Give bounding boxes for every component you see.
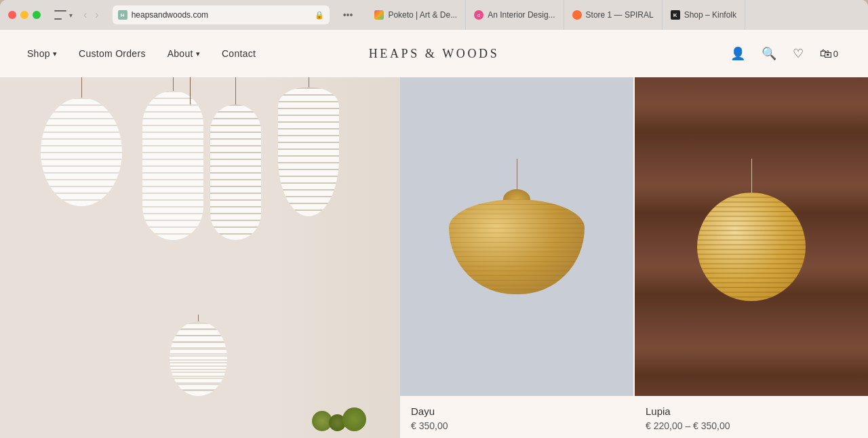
back-button[interactable]: ‹ (81, 7, 90, 22)
spiral-favicon (572, 10, 582, 20)
nav-arrows: ‹ › (81, 7, 102, 22)
url-text: heapsandwoods.com (132, 10, 311, 20)
lantern-body (170, 321, 227, 396)
nav-contact[interactable]: Contact (222, 48, 256, 59)
close-button[interactable] (8, 11, 16, 19)
contact-label: Contact (222, 48, 256, 59)
lantern-string (309, 77, 309, 87)
tab-spiral[interactable]: Store 1 — SPIRAL (564, 0, 663, 30)
lantern-string (235, 77, 236, 104)
product-image-dayu (400, 77, 633, 396)
traffic-lights (8, 11, 41, 19)
browser-tabs: Poketo | Art & De... d An Interior Desig… (366, 0, 860, 30)
site-favicon: H (118, 10, 127, 20)
forward-button[interactable]: › (92, 7, 101, 22)
dayu-product-info: Dayu € 350,00 (400, 396, 633, 438)
search-icon: 🔍 (762, 46, 776, 61)
wishlist-button[interactable]: ♡ (790, 43, 806, 64)
custom-orders-label: Custom Orders (79, 48, 146, 59)
lantern-body (278, 87, 339, 216)
ellipsis-icon: ••• (343, 9, 353, 20)
address-bar[interactable]: H heapsandwoods.com 🔒 (113, 5, 330, 24)
nav-right: 👤 🔍 ♡ 🛍 0 (728, 43, 841, 64)
lupia-name: Lupia (646, 405, 857, 417)
lantern-string (81, 77, 82, 98)
cart-button[interactable]: 🛍 0 (817, 44, 841, 64)
chevron-down-icon: ▾ (69, 12, 73, 19)
dayu-price: € 350,00 (411, 420, 623, 431)
search-button[interactable]: 🔍 (759, 43, 779, 64)
tab-poketo-label: Poketo | Art & De... (388, 10, 457, 20)
lupia-cord (751, 159, 752, 193)
lock-icon: 🔒 (315, 11, 324, 20)
kinfolk-favicon: K (671, 10, 680, 20)
lantern-string (198, 315, 199, 321)
product-card-dayu[interactable]: Dayu € 350,00 (400, 77, 633, 438)
products-grid: Dayu € 350,00 (400, 77, 868, 438)
dayu-shade (449, 199, 585, 294)
tab-interior[interactable]: d An Interior Desig... (466, 0, 564, 30)
dayu-pendant (449, 159, 585, 294)
lanterns-container (0, 77, 400, 438)
lantern-oval (41, 77, 122, 206)
lantern-bottom (170, 315, 227, 396)
minimize-button[interactable] (20, 11, 28, 19)
account-icon: 👤 (730, 46, 745, 61)
dayu-name: Dayu (411, 405, 623, 417)
chevron-down-icon: ▾ (196, 49, 200, 58)
tab-poketo[interactable]: Poketo | Art & De... (366, 0, 466, 30)
shop-label: Shop (27, 48, 50, 59)
website-content: Shop ▾ Custom Orders About ▾ Contact HEA… (0, 30, 868, 438)
products-panel: Dayu € 350,00 (400, 77, 868, 438)
browser-window: ▾ ‹ › H heapsandwoods.com 🔒 ••• Poketo |… (0, 0, 868, 438)
sidebar-toggle-button[interactable] (54, 10, 66, 20)
more-options-button[interactable]: ••• (340, 8, 356, 22)
cart-count: 0 (833, 49, 838, 59)
nav-custom-orders[interactable]: Custom Orders (79, 48, 146, 59)
dayu-shade-wrapper (449, 199, 585, 294)
lantern-tall (142, 77, 203, 240)
lupia-lamp-visual (635, 77, 868, 396)
dayu-lamp-visual (400, 77, 633, 396)
nav-shop[interactable]: Shop ▾ (27, 48, 57, 59)
lupia-price: € 220,00 – € 350,00 (646, 420, 857, 431)
lantern-tall2 (210, 77, 261, 240)
nav-left: Shop ▾ Custom Orders About ▾ Contact (27, 48, 256, 59)
lantern-string (173, 77, 174, 91)
main-content: Dayu € 350,00 (0, 77, 868, 438)
heart-icon: ♡ (793, 46, 804, 61)
title-bar: ▾ ‹ › H heapsandwoods.com 🔒 ••• Poketo |… (0, 0, 868, 30)
lupia-pendant (697, 159, 806, 301)
floor-plants (305, 404, 373, 438)
cart-badge: 🛍 0 (820, 47, 838, 61)
product-card-lupia[interactable]: Lupia € 220,00 – € 350,00 (635, 77, 868, 438)
chevron-down-icon: ▾ (53, 49, 57, 58)
site-nav: Shop ▾ Custom Orders About ▾ Contact HEA… (0, 30, 868, 77)
product-image-lupia (635, 77, 868, 396)
cart-icon: 🛍 (820, 47, 832, 61)
tab-kinfolk[interactable]: K Shop – Kinfolk (663, 0, 745, 30)
lantern-body (142, 91, 203, 240)
lantern-body (210, 104, 261, 240)
nav-about[interactable]: About ▾ (167, 48, 200, 59)
dribbble-favicon: d (474, 10, 484, 20)
lantern-droopy (278, 77, 339, 216)
hero-image (0, 77, 400, 438)
maximize-button[interactable] (33, 11, 41, 19)
account-button[interactable]: 👤 (728, 43, 748, 64)
lantern-body (41, 98, 122, 206)
lupia-shade (697, 193, 806, 301)
tab-kinfolk-label: Shop – Kinfolk (684, 10, 736, 20)
poketo-favicon (374, 10, 384, 20)
tab-spiral-label: Store 1 — SPIRAL (586, 10, 654, 20)
about-label: About (167, 48, 193, 59)
hanging-string (190, 77, 191, 104)
tab-interior-label: An Interior Desig... (488, 10, 555, 20)
lupia-product-info: Lupia € 220,00 – € 350,00 (635, 396, 868, 438)
site-logo[interactable]: HEAPS & WOODS (369, 47, 500, 61)
